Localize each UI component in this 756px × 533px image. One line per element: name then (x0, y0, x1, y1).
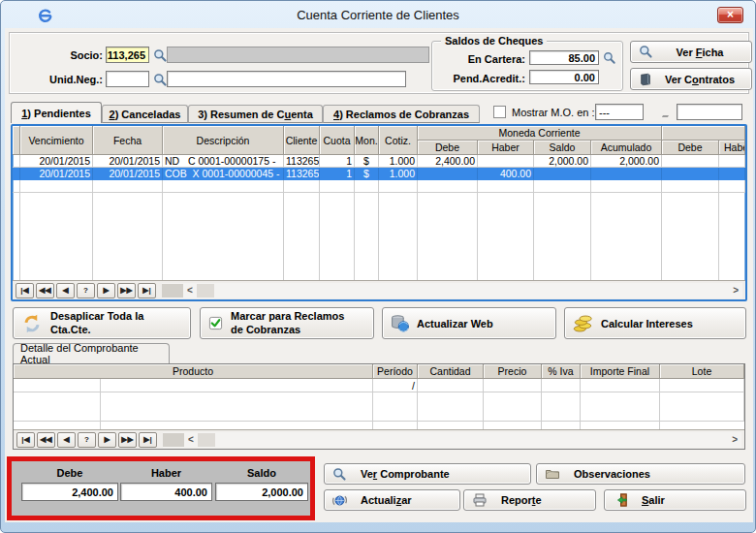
tab-canceladas[interactable]: 2) Canceladas (102, 105, 188, 123)
grid-row[interactable]: 20/01/2015 20/01/2015 ND C 0001-00000175… (13, 155, 745, 168)
cell-cuota: 1 (320, 168, 355, 180)
grid-navigator: |◀ ◀◀ ◀ ? ▶ ▶▶ ▶| < > (13, 280, 745, 299)
cell-haber (478, 155, 534, 168)
database-globe-icon (391, 314, 409, 332)
nav-next-page-button[interactable]: ▶▶ (118, 432, 137, 448)
nav-last-button[interactable]: ▶| (139, 432, 157, 448)
column-header: Cantidad (418, 364, 484, 379)
mostrar-mo-field[interactable] (677, 104, 742, 120)
ver-comprobante-button[interactable]: Ver Comprobante (324, 463, 531, 485)
pendientes-grid[interactable]: Vencimiento Fecha Descripción Cliente Cu… (11, 124, 747, 301)
horizontal-scrollbar[interactable]: < > (162, 283, 742, 298)
scrollbar-thumb[interactable] (198, 433, 215, 447)
nav-prior-page-button[interactable]: ◀◀ (36, 283, 54, 298)
grid-filler (13, 193, 745, 280)
close-button[interactable]: × (717, 7, 743, 23)
nav-last-button[interactable]: ▶| (138, 283, 156, 298)
totals-haber-value: 400.00 (120, 483, 212, 501)
nav-next-button[interactable]: ▶ (97, 283, 115, 298)
tab-detalle-comprobante[interactable]: Detalle del Comprobante Actual (13, 343, 170, 363)
unidneg-input[interactable] (106, 71, 149, 87)
nav-prior-page-button[interactable]: ◀◀ (37, 432, 55, 448)
salir-button[interactable]: Salir (604, 489, 746, 511)
pend-acredit-input[interactable]: 0.00 (529, 70, 599, 84)
nav-first-button[interactable]: |◀ (16, 432, 35, 448)
totals-saldo-value: 2,000.00 (215, 483, 308, 501)
actualizar-button[interactable]: Actualizar (324, 489, 460, 511)
close-icon: × (727, 8, 734, 21)
detail-grid-row[interactable]: / (14, 379, 744, 392)
column-header: Debe (418, 141, 478, 155)
magnifier-icon (639, 45, 653, 59)
folder-icon (545, 466, 560, 482)
cell-fecha: 20/01/2015 (93, 155, 163, 168)
tab-pendientes[interactable]: 1) Pendientes (11, 102, 102, 123)
tab-reclamos-cobranzas[interactable]: 4) Reclamos de Cobranzas (323, 105, 480, 123)
pend-acredit-label: Pend.Acredit.: (436, 73, 525, 84)
nav-next-button[interactable]: ▶ (98, 432, 116, 448)
column-header: Importe Final (581, 364, 660, 379)
column-header: Debe (662, 141, 719, 155)
calcular-intereses-button[interactable]: Calcular Intereses (564, 307, 746, 339)
totals-haber-label: Haber (120, 467, 212, 479)
cell-cliente: 113265 (284, 168, 320, 180)
socio-description-field (167, 47, 429, 63)
actualizar-web-button[interactable]: Actualizar Web (382, 307, 556, 339)
column-header: Lote (660, 364, 744, 379)
detail-grid-header: Producto Período Cantidad Precio % Iva I… (14, 364, 744, 379)
marcar-reclamos-button[interactable]: Marcar para Reclamosde Cobranzas (200, 307, 374, 339)
cell-debe: 2,400.00 (418, 155, 478, 168)
column-header: Mon. (355, 126, 379, 155)
nav-prior-button[interactable]: ◀ (56, 283, 75, 298)
socio-input[interactable]: 113,265 (106, 47, 149, 63)
app-window: Cuenta Corriente de Clientes × Socio: 11… (0, 0, 756, 533)
magnifier-icon (332, 467, 347, 482)
mostrar-mo-checkbox[interactable] (493, 106, 506, 118)
mostrar-mo-label: Mostrar M.O. en : (512, 107, 595, 118)
reporte-button[interactable]: Reporte (463, 489, 596, 511)
nav-prior-button[interactable]: ◀ (57, 432, 76, 448)
cell-descripcion: ND C 0001-00000175 - (163, 155, 284, 168)
column-header: Descripción (163, 126, 284, 155)
scroll-right-icon[interactable]: > (732, 434, 738, 445)
cheques-search-icon[interactable] (602, 50, 617, 65)
column-header: Período (373, 364, 418, 379)
unidneg-description-field (167, 71, 406, 87)
desaplicar-button[interactable]: Desaplicar Toda laCta.Cte. (13, 307, 191, 339)
ver-ficha-button[interactable]: Ver Ficha (630, 41, 752, 63)
reporte-label: Reporte (501, 494, 542, 506)
nav-next-page-button[interactable]: ▶▶ (117, 283, 136, 298)
cell-debe (418, 168, 478, 180)
totals-debe-value: 2,400.00 (21, 483, 118, 501)
mostrar-mo-combo[interactable]: --- (595, 104, 644, 120)
observaciones-button[interactable]: Observaciones (536, 463, 745, 485)
cell-saldo: 2,000.00 (534, 155, 591, 168)
ver-contratos-button[interactable]: Ver Contratos (630, 68, 752, 90)
cell-vencimiento: 20/01/2015 (20, 155, 93, 168)
title-bar[interactable]: Cuenta Corriente de Clientes × (1, 1, 755, 28)
detail-grid[interactable]: Producto Período Cantidad Precio % Iva I… (13, 363, 745, 450)
nav-help-button[interactable]: ? (77, 283, 95, 298)
cell-mon: $ (355, 168, 379, 180)
scrollbar-thumb[interactable] (197, 284, 214, 298)
nav-help-button[interactable]: ? (78, 432, 96, 448)
detail-grid-row-empty[interactable] (14, 392, 744, 422)
grid-row-selected[interactable]: 20/01/2015 20/01/2015 COB X 0001-0000004… (13, 168, 745, 180)
cell-vencimiento: 20/01/2015 (20, 168, 93, 180)
group-header-moneda-corriente: Moneda Corriente (418, 126, 662, 141)
scroll-left-icon[interactable]: < (187, 285, 193, 296)
cell-cuota: 1 (320, 155, 355, 168)
cell-haber2 (719, 168, 745, 180)
scroll-left-icon[interactable]: < (188, 434, 194, 445)
en-cartera-input[interactable]: 85.00 (529, 50, 599, 65)
highlight-annotation-totals-panel: Debe Haber Saldo 2,400.00 400.00 2,000.0… (7, 456, 315, 520)
column-header: Producto (14, 364, 373, 379)
nav-first-button[interactable]: |◀ (16, 283, 34, 298)
cell-periodo: / (373, 379, 418, 392)
scroll-right-icon[interactable]: > (733, 285, 739, 296)
grid-row-empty[interactable] (13, 180, 745, 193)
column-header: Acumulado (591, 141, 662, 155)
tab-resumen-cuenta[interactable]: 3) Resumen de Cuenta (188, 105, 323, 123)
horizontal-scrollbar[interactable]: < > (163, 432, 741, 448)
ver-ficha-label: Ver Ficha (677, 47, 724, 58)
